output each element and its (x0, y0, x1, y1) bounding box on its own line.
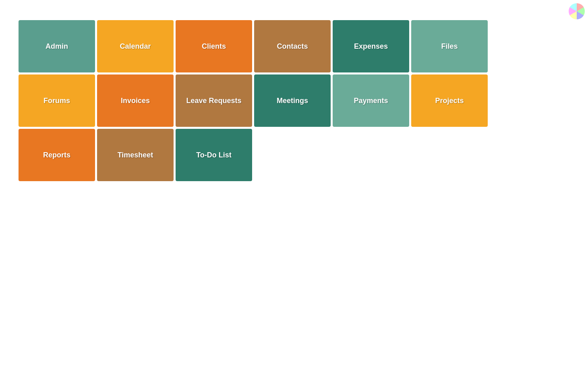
tile-todo-list[interactable]: To-Do List (176, 129, 252, 181)
tile-grid: AdminCalendarClientsContactsExpensesFile… (0, 0, 588, 201)
tile-invoices[interactable]: Invoices (97, 74, 174, 127)
tile-forums[interactable]: Forums (19, 74, 95, 127)
tile-projects[interactable]: Projects (411, 74, 488, 127)
tile-label-reports: Reports (43, 151, 70, 159)
tile-contacts[interactable]: Contacts (254, 20, 331, 72)
tile-calendar[interactable]: Calendar (97, 20, 174, 72)
tile-label-files: Files (441, 42, 458, 51)
tile-label-payments: Payments (354, 97, 388, 105)
tile-files[interactable]: Files (411, 20, 488, 72)
tile-label-leave-requests: Leave Requests (186, 97, 241, 105)
tile-label-todo-list: To-Do List (196, 151, 232, 159)
tile-label-meetings: Meetings (277, 97, 308, 105)
tile-meetings[interactable]: Meetings (254, 74, 331, 127)
tile-reports[interactable]: Reports (19, 129, 95, 181)
tile-expenses[interactable]: Expenses (333, 20, 409, 72)
tile-label-clients: Clients (202, 42, 226, 51)
tile-label-admin: Admin (46, 42, 68, 51)
tile-label-forums: Forums (43, 97, 70, 105)
tile-label-calendar: Calendar (120, 42, 151, 51)
tile-label-timesheet: Timesheet (118, 151, 153, 159)
tile-payments[interactable]: Payments (333, 74, 409, 127)
tile-timesheet[interactable]: Timesheet (97, 129, 174, 181)
tile-label-invoices: Invoices (121, 97, 150, 105)
avatar[interactable] (569, 3, 585, 19)
tile-label-contacts: Contacts (277, 42, 308, 51)
tile-label-projects: Projects (435, 97, 464, 105)
tile-admin[interactable]: Admin (19, 20, 95, 72)
tile-clients[interactable]: Clients (176, 20, 252, 72)
tile-leave-requests[interactable]: Leave Requests (176, 74, 252, 127)
tile-label-expenses: Expenses (354, 42, 388, 51)
